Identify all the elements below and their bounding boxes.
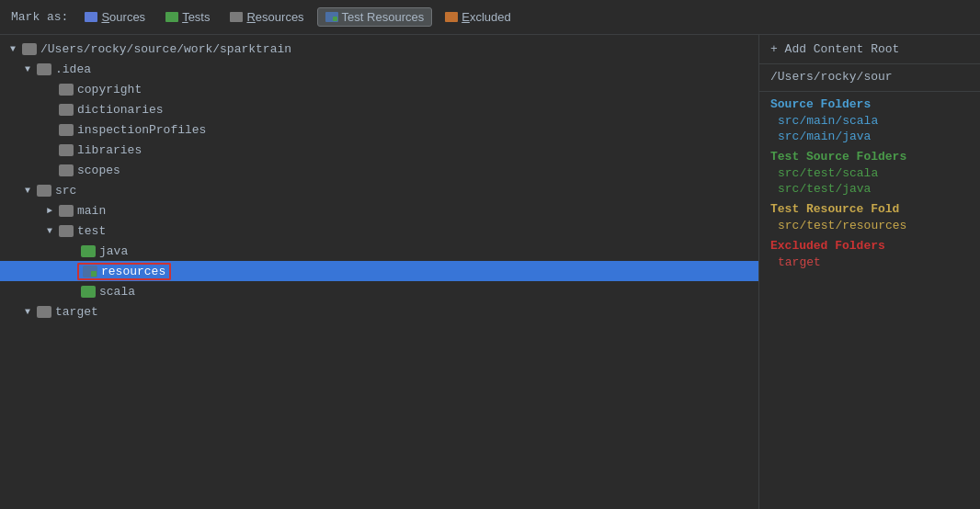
- tree-item-target[interactable]: ▼ target: [0, 301, 758, 322]
- excluded-folder-item-target: target: [759, 254, 980, 270]
- label-inspection-profiles: inspectionProfiles: [77, 123, 206, 137]
- label-java: java: [99, 244, 128, 258]
- arrow-main: ►: [44, 206, 55, 216]
- folder-icon-libraries: [59, 144, 74, 156]
- content-root-path-text: /Users/rocky/sour: [770, 70, 893, 84]
- source-folder-item-java: src/main/java: [759, 129, 980, 144]
- tree-item-main[interactable]: ► main: [0, 200, 758, 221]
- label-scopes: scopes: [77, 164, 120, 177]
- folder-icon-java: [81, 245, 96, 257]
- folder-icon-root: [22, 43, 37, 55]
- folder-icon-dictionaries: [59, 104, 74, 116]
- test-res-badge: [91, 271, 97, 277]
- source-folders-label: Source Folders: [759, 92, 980, 113]
- tree-item-inspection-profiles[interactable]: inspectionProfiles: [0, 119, 758, 140]
- tree-item-copyright[interactable]: copyright: [0, 79, 758, 99]
- folder-icon-test: [59, 225, 74, 237]
- sources-button[interactable]: Sources: [77, 8, 153, 26]
- tests-folder-icon: [165, 12, 178, 22]
- arrow-idea: ▼: [22, 64, 33, 74]
- arrow-src: ▼: [22, 186, 33, 196]
- folder-icon-copyright: [59, 84, 74, 96]
- file-tree: ▼ /Users/rocky/source/work/sparktrain ▼ …: [0, 35, 759, 509]
- tree-item-resources[interactable]: resources: [0, 261, 758, 281]
- arrow-target: ▼: [22, 307, 33, 317]
- test-resources-folder-icon: [325, 12, 338, 22]
- folder-icon-main: [59, 205, 74, 217]
- folder-icon-src: [37, 185, 51, 197]
- folder-icon-idea: [37, 63, 51, 75]
- resources-box: resources: [77, 263, 171, 280]
- label-root: /Users/rocky/source/work/sparktrain: [40, 42, 291, 56]
- tests-button[interactable]: Tests: [158, 8, 217, 26]
- test-resources-label: Test Resources: [342, 10, 425, 24]
- folder-icon-scopes: [59, 164, 74, 176]
- arrow-root: ▼: [7, 44, 18, 54]
- tree-item-libraries[interactable]: libraries: [0, 140, 758, 160]
- toolbar: Mark as: Sources Tests Resources Test Re…: [0, 0, 980, 35]
- label-src: src: [55, 184, 76, 198]
- excluded-label: Excluded: [462, 10, 510, 24]
- tree-item-java[interactable]: java: [0, 241, 758, 261]
- label-test: test: [77, 224, 106, 238]
- label-idea: .idea: [55, 62, 91, 76]
- tests-label: Tests: [182, 10, 210, 24]
- arrow-test: ▼: [44, 226, 55, 236]
- label-scala: scala: [99, 285, 135, 299]
- test-source-folder-item-java: src/test/java: [759, 181, 980, 197]
- tree-item-scala[interactable]: scala: [0, 281, 758, 301]
- sources-folder-icon: [85, 12, 97, 22]
- resources-button[interactable]: Resources: [222, 8, 311, 26]
- label-dictionaries: dictionaries: [77, 103, 164, 117]
- add-content-root-label: + Add Content Root: [770, 42, 899, 56]
- test-source-folder-item-scala: src/test/scala: [759, 165, 980, 181]
- tree-item-dictionaries[interactable]: dictionaries: [0, 99, 758, 119]
- test-resource-folders-label: Test Resource Fold: [759, 197, 980, 218]
- excluded-folders-label: Excluded Folders: [759, 233, 980, 254]
- source-folder-item-scala: src/main/scala: [759, 113, 980, 129]
- label-resources: resources: [101, 265, 165, 278]
- add-content-root-button[interactable]: + Add Content Root: [759, 35, 980, 64]
- test-source-folders-label: Test Source Folders: [759, 144, 980, 165]
- tree-item-scopes[interactable]: scopes: [0, 160, 758, 180]
- resources-label: Resources: [246, 10, 303, 24]
- main-content: ▼ /Users/rocky/source/work/sparktrain ▼ …: [0, 35, 980, 509]
- tree-item-src[interactable]: ▼ src: [0, 180, 758, 200]
- label-target: target: [55, 305, 98, 319]
- folder-icon-inspection: [59, 124, 74, 136]
- excluded-folder-icon: [445, 12, 458, 22]
- resources-folder-icon: [230, 12, 243, 22]
- label-libraries: libraries: [77, 143, 142, 157]
- folder-icon-scala: [81, 286, 96, 298]
- tree-item-idea[interactable]: ▼ .idea: [0, 59, 758, 79]
- content-root-path: /Users/rocky/sour: [759, 64, 980, 92]
- tree-item-root[interactable]: ▼ /Users/rocky/source/work/sparktrain: [0, 39, 758, 59]
- sources-label: Sources: [101, 10, 145, 24]
- tree-item-test[interactable]: ▼ test: [0, 221, 758, 241]
- folder-icon-resources: [83, 266, 97, 277]
- test-resource-folder-item: src/test/resources: [759, 218, 980, 233]
- label-main: main: [77, 204, 106, 218]
- mark-as-label: Mark as:: [11, 10, 68, 24]
- right-panel: + Add Content Root /Users/rocky/sour Sou…: [759, 35, 980, 509]
- label-copyright: copyright: [77, 83, 142, 96]
- test-resources-button[interactable]: Test Resources: [317, 7, 433, 27]
- folder-icon-target: [37, 306, 51, 318]
- excluded-button[interactable]: Excluded: [438, 8, 518, 26]
